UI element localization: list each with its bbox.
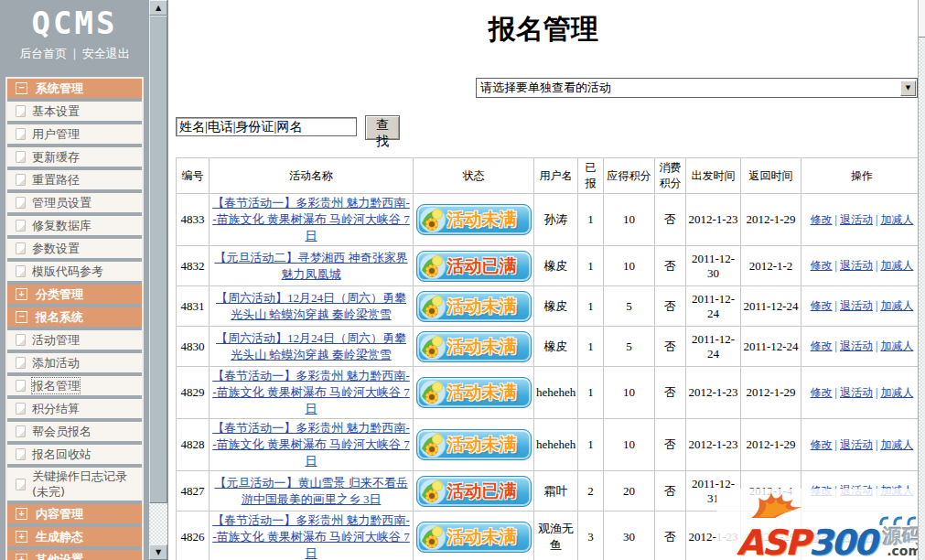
- search-button[interactable]: 查找: [365, 115, 400, 140]
- sidebar-item-label: 参数设置: [32, 241, 80, 256]
- signed-count: 1: [578, 327, 604, 367]
- activity-link[interactable]: 【春节活动一】多彩贵州 魅力黔西南--苗族文化 黄果树瀑布 马岭河大峡谷 7日: [212, 421, 410, 468]
- sidebar-item[interactable]: 更新缓存: [7, 147, 142, 167]
- activity-filter-select[interactable]: 请选择要单独查看的活动 ▼: [476, 78, 918, 98]
- activity-link[interactable]: 【周六活动】12月24日（周六）勇攀光头山 蛤蟆沟穿越 秦岭梁赏雪: [216, 291, 406, 321]
- spent-points: 否: [655, 512, 686, 560]
- home-link[interactable]: 后台首页: [19, 47, 67, 60]
- action-separator: |: [833, 213, 840, 226]
- sunflower-icon: [419, 523, 446, 551]
- sidebar-scrollbar-track[interactable]: [149, 503, 167, 544]
- sidebar-item[interactable]: 基本设置: [7, 102, 142, 121]
- column-header: 编号: [177, 158, 210, 194]
- action-link[interactable]: 修改: [811, 213, 833, 226]
- sidebar-section-header[interactable]: +分类管理: [7, 285, 142, 304]
- earned-points: 10: [604, 194, 655, 246]
- activity-link[interactable]: 【春节活动一】多彩贵州 魅力黔西南--苗族文化 黄果树瀑布 马岭河大峡谷 7日: [212, 369, 410, 415]
- signed-count: 1: [578, 194, 604, 246]
- return-date: 2011-12-24: [741, 286, 801, 327]
- action-link[interactable]: 退活动: [840, 259, 873, 272]
- action-link[interactable]: 退活动: [840, 386, 873, 399]
- table-row: 4828【春节活动一】多彩贵州 魅力黔西南--苗族文化 黄果树瀑布 马岭河大峡谷…: [177, 419, 923, 471]
- activity-link[interactable]: 【元旦活动二】寻梦湘西 神奇张家界 魅力凤凰城: [214, 251, 407, 281]
- activity-link[interactable]: 【春节活动一】多彩贵州 魅力黔西南--苗族文化 黄果树瀑布 马岭河大峡谷 7日: [212, 196, 410, 242]
- sidebar-section-header[interactable]: −报名系统: [7, 307, 142, 327]
- sidebar-item[interactable]: 活动管理: [7, 330, 142, 350]
- document-icon: [16, 151, 26, 163]
- sidebar-scrollbar[interactable]: ▲ ▼: [149, 0, 168, 560]
- dropdown-arrow-icon[interactable]: ▼: [900, 81, 916, 96]
- action-link[interactable]: 修改: [811, 438, 833, 451]
- document-icon: [16, 334, 26, 346]
- row-actions: 修改 | 退活动 | 加减人: [801, 194, 923, 246]
- table-row: 4833【春节活动一】多彩贵州 魅力黔西南--苗族文化 黄果树瀑布 马岭河大峡谷…: [177, 194, 923, 246]
- action-link[interactable]: 加减人: [880, 299, 913, 312]
- action-link[interactable]: 修改: [811, 259, 833, 272]
- action-link[interactable]: 加减人: [880, 386, 913, 399]
- sidebar-item[interactable]: 添加活动: [7, 353, 142, 372]
- sidebar-nav: 后台首页|安全退出: [0, 46, 149, 62]
- action-link[interactable]: 退活动: [840, 213, 873, 226]
- sidebar-item-label: 模版代码参考: [32, 264, 103, 279]
- depart-date: 2012-1-23: [686, 419, 741, 471]
- sunflower-icon: [419, 431, 446, 458]
- action-link[interactable]: 加减人: [880, 438, 913, 451]
- status-text: 活动已满: [447, 479, 517, 503]
- sidebar-item[interactable]: 管理员设置: [7, 193, 142, 212]
- return-date: 2012-1-29: [741, 419, 801, 471]
- sidebar-item[interactable]: 用户管理: [7, 124, 142, 144]
- action-link[interactable]: 加减人: [880, 339, 913, 352]
- scroll-up-icon[interactable]: ▲: [149, 0, 167, 16]
- sidebar-item-label: 报名管理: [32, 378, 80, 393]
- flame-icon: [744, 487, 815, 520]
- sidebar-item[interactable]: 报名管理: [7, 376, 142, 395]
- activity-link[interactable]: 【元旦活动一】黄山雪景 归来不看岳 游中国最美的画里之乡 3日: [214, 476, 407, 506]
- column-header: 活动名称: [210, 158, 414, 194]
- sidebar-item[interactable]: 报名回收站: [7, 445, 142, 464]
- action-link[interactable]: 退活动: [840, 438, 873, 451]
- depart-date: 2012-1-23: [686, 367, 741, 419]
- sidebar-item-label: 添加活动: [32, 355, 80, 371]
- sidebar-item[interactable]: 帮会员报名: [7, 422, 142, 441]
- activity-link[interactable]: 【春节活动一】多彩贵州 魅力黔西南--苗族文化 黄果树瀑布 马岭河大峡谷 7日: [212, 513, 410, 560]
- sidebar-item-label: 用户管理: [32, 126, 80, 142]
- sidebar-item[interactable]: 积分结算: [7, 399, 142, 418]
- page-scrollbar[interactable]: [918, 0, 925, 560]
- sidebar-section-header[interactable]: +内容管理: [7, 504, 142, 523]
- search-input[interactable]: [176, 117, 357, 136]
- sidebar-item[interactable]: 修复数据库: [7, 216, 142, 235]
- action-link[interactable]: 退活动: [840, 299, 873, 312]
- sidebar-item[interactable]: 重置路径: [7, 170, 142, 189]
- column-header: 出发时间: [686, 158, 741, 194]
- row-actions: 修改 | 退活动 | 加减人: [801, 246, 923, 286]
- column-header: 已报: [578, 158, 604, 194]
- logout-link[interactable]: 安全退出: [82, 47, 130, 60]
- action-link[interactable]: 加减人: [880, 213, 913, 226]
- action-separator: |: [833, 438, 840, 451]
- document-icon: [16, 174, 26, 186]
- activity-filter-value: 请选择要单独查看的活动: [477, 80, 899, 96]
- spent-points: 否: [655, 367, 686, 419]
- sidebar-scrollbar-thumb[interactable]: [149, 16, 167, 503]
- scroll-down-icon[interactable]: ▼: [149, 544, 167, 560]
- sidebar-item[interactable]: 关键操作日志记录(未完): [7, 468, 142, 501]
- sidebar-section-header[interactable]: +生成静态: [7, 527, 142, 546]
- action-link[interactable]: 加减人: [880, 259, 913, 272]
- sidebar-section-header[interactable]: −系统管理: [7, 79, 142, 98]
- sidebar-item[interactable]: 模版代码参考: [7, 262, 142, 281]
- user-name: heheheh: [534, 367, 578, 419]
- signed-count: 1: [578, 286, 604, 327]
- row-id: 4828: [177, 419, 210, 471]
- sidebar-section-header[interactable]: +其他设置: [7, 550, 142, 560]
- action-link[interactable]: 修改: [811, 386, 833, 399]
- sidebar-item-label: 帮会员报名: [32, 424, 91, 439]
- action-link[interactable]: 修改: [811, 339, 833, 352]
- page-scrollbar-thumb[interactable]: [919, 0, 925, 38]
- sidebar-item[interactable]: 参数设置: [7, 239, 142, 258]
- spent-points: 否: [655, 246, 686, 286]
- activity-link[interactable]: 【周六活动】12月24日（周六）勇攀光头山 蛤蟆沟穿越 秦岭梁赏雪: [216, 331, 406, 361]
- action-link[interactable]: 修改: [811, 299, 833, 312]
- row-id: 4829: [177, 367, 210, 419]
- document-icon: [16, 357, 26, 369]
- action-link[interactable]: 退活动: [840, 339, 873, 352]
